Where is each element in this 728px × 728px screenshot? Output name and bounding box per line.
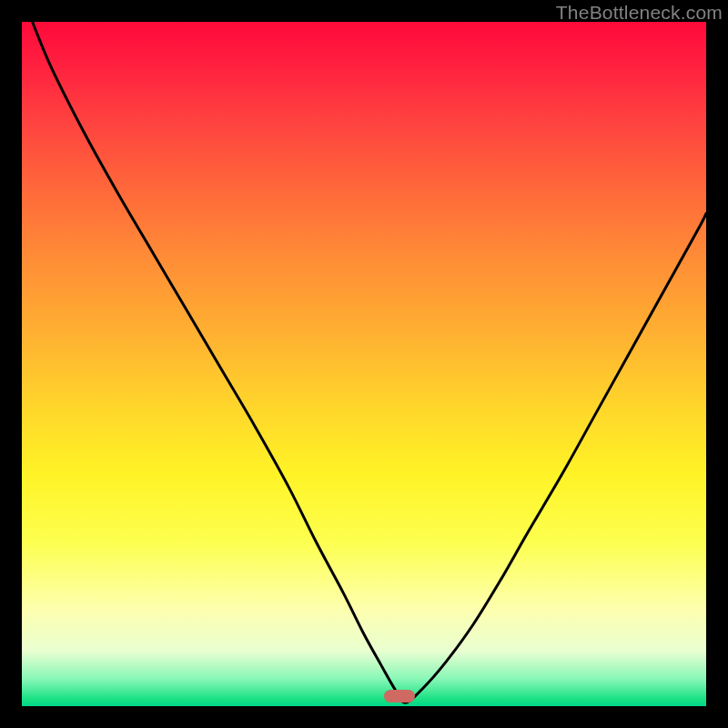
plot-area [22, 22, 706, 706]
chart-frame: TheBottleneck.com [0, 0, 728, 728]
watermark-text: TheBottleneck.com [556, 2, 723, 24]
bottleneck-curve [22, 22, 706, 703]
curve-svg [22, 22, 706, 706]
balance-marker [384, 690, 415, 703]
